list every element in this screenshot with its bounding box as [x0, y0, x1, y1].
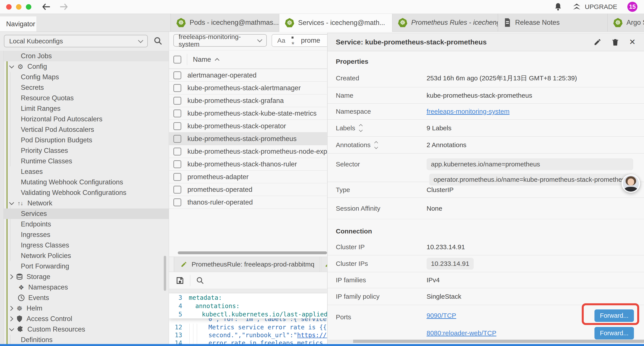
select-all-checkbox[interactable] — [174, 56, 181, 63]
notifications-bell-icon[interactable] — [554, 2, 562, 11]
sidebar-item-endpoints[interactable]: Endpoints — [4, 219, 169, 230]
kubeconfig-selector[interactable]: Local Kubeconfigs — [4, 35, 148, 47]
row-checkbox[interactable] — [174, 135, 181, 143]
column-header-name[interactable]: Name — [193, 56, 219, 63]
tab-argo[interactable]: ☸ Argo Se — [608, 13, 644, 31]
sidebar-item-priority-classes[interactable]: Priority Classes — [4, 145, 169, 156]
table-row[interactable]: prometheus-adapter — [169, 171, 327, 183]
port-9090-link[interactable]: 9090/TCP — [426, 312, 456, 319]
row-checkbox[interactable] — [174, 173, 181, 181]
sidebar-item-ingresses[interactable]: Ingresses — [4, 230, 169, 240]
match-case-icon[interactable]: Aa — [277, 37, 286, 44]
sidebar-item-network-policies[interactable]: Network Policies — [4, 251, 169, 261]
sidebar-item-limit-ranges[interactable]: Limit Ranges — [4, 103, 169, 114]
table-row[interactable]: thanos-ruler-operated — [169, 196, 327, 209]
expand-collapse-icon[interactable] — [375, 142, 378, 148]
table-row[interactable]: alertmanager-operated — [169, 69, 327, 82]
table-row[interactable]: kube-prometheus-stack-operator — [169, 120, 327, 132]
sidebar-item-leases[interactable]: Leases — [4, 166, 169, 177]
sidebar-item-port-forwarding[interactable]: Port Forwarding — [4, 261, 169, 272]
sidebar-item-storage[interactable]: Storage — [4, 272, 169, 282]
sidebar-item-mutating-webhook-configurations[interactable]: Mutating Webhook Configurations — [4, 177, 169, 187]
close-window-button[interactable] — [6, 4, 12, 10]
sidebar-item-config[interactable]: ⚙Config — [4, 61, 169, 72]
sidebar-item-helm[interactable]: ☸Helm — [4, 303, 169, 314]
table-row[interactable]: kube-prometheus-stack-kube-state-metrics — [169, 107, 327, 120]
sidebar-item-namespaces[interactable]: ❖Namespaces — [4, 282, 169, 293]
edit-pencil-icon[interactable] — [594, 38, 602, 46]
property-row-selector: Selector app.kubernetes.io/name=promethe… — [328, 153, 644, 182]
user-avatar[interactable] — [622, 174, 640, 193]
sidebar-item-events[interactable]: Events — [4, 293, 169, 303]
table-row[interactable]: kube-prometheus-stack-alertmanager — [169, 82, 327, 94]
annotations-count[interactable]: 2 Annotations — [426, 141, 466, 149]
editor-search-icon[interactable] — [196, 276, 204, 285]
sidebar-item-horizontal-pod-autoscalers[interactable]: Horizontal Pod Autoscalers — [4, 114, 169, 124]
save-icon[interactable] — [176, 276, 184, 285]
minimize-window-button[interactable] — [16, 4, 22, 10]
navigator-panel-tab[interactable]: Navigator — [0, 16, 36, 31]
table-row[interactable]: kube-prometheus-stack-thanos-ruler — [169, 158, 327, 171]
tab-services[interactable]: ☸ Services - icecheng@math... × — [279, 13, 392, 32]
yaml-editor[interactable]: 3metadata: 4annotations: 5kubectl.kubern… — [169, 294, 327, 346]
row-checkbox[interactable] — [174, 122, 181, 130]
row-checkbox[interactable] — [174, 109, 181, 117]
search-icon[interactable] — [154, 36, 163, 45]
table-row-selected[interactable]: kube-prometheus-stack-prometheus — [169, 132, 327, 145]
section-connection: Connection — [328, 219, 644, 239]
maximize-window-button[interactable] — [26, 4, 31, 10]
sidebar-item-custom-resources[interactable]: Custom Resources — [4, 324, 169, 335]
sidebar-item-resource-quotas[interactable]: Resource Quotas — [4, 93, 169, 103]
forward-button-8080[interactable]: Forward... — [594, 327, 634, 340]
tab-release-notes[interactable]: Release Notes — [498, 13, 608, 31]
sidebar-item-vertical-pod-autoscalers[interactable]: Vertical Pod Autoscalers — [4, 124, 169, 135]
forward-icon[interactable] — [60, 3, 68, 10]
expand-collapse-icon[interactable] — [360, 125, 362, 131]
namespace-link[interactable]: freeleaps-monitoring-system — [426, 108, 510, 115]
horizontal-scrollbar[interactable] — [178, 251, 327, 254]
row-checkbox[interactable] — [174, 198, 181, 206]
sidebar-item-access-control[interactable]: Access Control — [4, 314, 169, 324]
sidebar-item-config-maps[interactable]: Config Maps — [4, 72, 169, 82]
filter-search-input[interactable] — [300, 36, 327, 45]
sidebar-item-cron-jobs[interactable]: Cron Jobs — [4, 51, 169, 61]
editor-tab-next[interactable] — [321, 257, 327, 272]
back-icon[interactable] — [42, 3, 51, 10]
editor-tab-bar: PrometheusRule: freeleaps-prod-rabbitmq — [169, 257, 327, 272]
sidebar-item-ingress-classes[interactable]: Ingress Classes — [4, 240, 169, 251]
regex-icon[interactable]: * — [292, 33, 294, 49]
sidebar-scrollbar[interactable] — [164, 256, 166, 291]
sidebar-item-secrets[interactable]: Secrets — [4, 82, 169, 93]
filter-search-box[interactable]: Aa * — [272, 34, 327, 47]
row-checkbox[interactable] — [174, 71, 181, 79]
tab-prometheus-rules[interactable]: ☸ Prometheus Rules - icecheng... — [392, 13, 498, 31]
notification-count-badge[interactable]: 15 — [627, 2, 638, 12]
tab-pods[interactable]: ☸ Pods - icecheng@mathmas... — [170, 13, 279, 31]
sidebar-item-definitions[interactable]: Definitions — [4, 335, 169, 345]
editor-tab-prometheusrule[interactable]: PrometheusRule: freeleaps-prod-rabbitmq — [174, 257, 320, 272]
row-checkbox[interactable] — [174, 148, 181, 155]
sidebar-item-network[interactable]: ↑↓Network — [4, 198, 169, 209]
table-row[interactable]: kube-prometheus-stack-grafana — [169, 94, 327, 107]
table-row[interactable]: prometheus-operated — [169, 183, 327, 196]
sidebar-item-runtime-classes[interactable]: Runtime Classes — [4, 156, 169, 166]
kubernetes-icon: ☸ — [398, 18, 407, 27]
port-8080-link[interactable]: 8080:reloader-web/TCP — [426, 329, 496, 337]
row-checkbox[interactable] — [174, 186, 181, 194]
row-checkbox[interactable] — [174, 97, 181, 105]
table-row[interactable]: kube-prometheus-stack-prometheus-node-ex… — [169, 145, 327, 158]
detail-scrollbar[interactable] — [353, 340, 644, 343]
row-checkbox[interactable] — [174, 84, 181, 92]
sidebar-item-pod-disruption-budgets[interactable]: Pod Disruption Budgets — [4, 135, 169, 145]
namespace-selector[interactable]: freeleaps-monitoring-system — [174, 34, 267, 47]
sidebar-item-validating-webhook-configurations[interactable]: Validating Webhook Configurations — [4, 187, 169, 198]
sort-ascending-icon — [215, 58, 220, 63]
upgrade-button[interactable]: UPGRADE — [572, 3, 617, 11]
delete-trash-icon[interactable] — [612, 38, 619, 46]
row-checkbox[interactable] — [174, 160, 181, 168]
labels-count[interactable]: 9 Labels — [426, 124, 451, 132]
editor-line: 13second.","runbook_url":"https://net — [169, 331, 327, 339]
close-panel-icon[interactable]: ✕ — [629, 37, 636, 47]
sidebar-item-services[interactable]: Services — [4, 209, 169, 219]
runbook-url-link[interactable]: https://net — [297, 332, 327, 339]
